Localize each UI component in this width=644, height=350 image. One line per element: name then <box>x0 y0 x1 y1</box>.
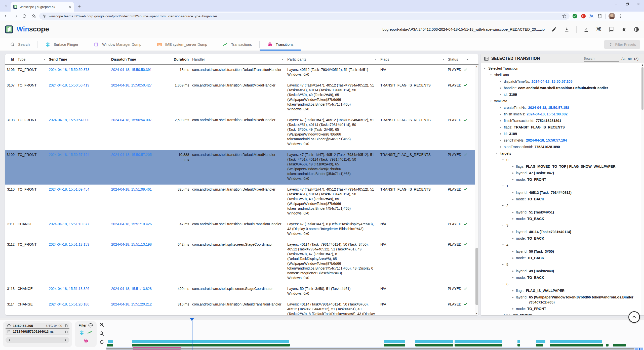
extensions-puzzle-icon[interactable] <box>597 14 602 19</box>
tab-ime-system-server-dump[interactable]: IME system_server Dump <box>149 38 215 51</box>
send-time-link[interactable]: 2024-04-18, 15:51:13.326 <box>49 287 89 291</box>
close-window-icon[interactable] <box>633 0 644 8</box>
dispatch-time-link[interactable]: 2024-04-18, 15:50:50.427 <box>111 83 152 87</box>
table-row[interactable]: 3112TO_FRONT2024-04-18, 15:51:13.1532024… <box>5 240 475 284</box>
forward-icon[interactable] <box>12 13 19 19</box>
chevron-down-icon[interactable] <box>501 263 505 266</box>
scrollbar-down-icon[interactable]: ▼ <box>475 312 478 315</box>
edit-pencil-icon[interactable] <box>551 26 557 32</box>
zoom-range-handle[interactable] <box>640 348 643 350</box>
home-icon[interactable] <box>30 13 37 19</box>
dark-mode-icon[interactable] <box>633 26 639 32</box>
tab-search[interactable]: Search <box>3 38 37 51</box>
ns-time-field[interactable]: 1713469857205164013 ns <box>6 329 69 334</box>
zoom-range-handle[interactable] <box>635 348 638 350</box>
regex-option[interactable]: (.*) <box>634 57 638 61</box>
shortcuts-cmd-icon[interactable]: ⌘ <box>596 26 602 32</box>
browser-tab[interactable]: Winscope | bugreport-ak <box>11 2 74 12</box>
send-time-link[interactable]: 2024-04-18, 15:50:50.419 <box>49 83 89 87</box>
reset-zoom-icon[interactable] <box>99 339 104 345</box>
chevron-down-icon[interactable] <box>501 184 505 188</box>
reload-icon[interactable] <box>21 13 28 19</box>
table-row[interactable]: 3111CHANGE2024-04-18, 15:51:10.3772024-0… <box>5 219 475 240</box>
transactions-trace-segment[interactable] <box>606 344 609 346</box>
table-row[interactable]: 3109TO_FRONT2024-04-18, 15:50:57.1942024… <box>5 150 475 185</box>
browser-menu-icon[interactable] <box>618 14 623 18</box>
tree-node[interactable]: Selected Transition <box>483 65 640 72</box>
dispatch-time-link[interactable]: 2024-04-18, 15:51:13.198 <box>111 242 152 246</box>
sf-trace-segment[interactable] <box>415 340 453 343</box>
timeline-scroll-track[interactable] <box>106 348 634 349</box>
chevron-down-icon[interactable] <box>501 224 505 227</box>
surface-flinger-icon[interactable] <box>79 330 85 335</box>
next-entry-icon[interactable] <box>64 338 67 342</box>
panel-search-input[interactable] <box>584 56 619 62</box>
tab-search-menu-icon[interactable] <box>3 3 10 10</box>
tree-node[interactable]: shellData <box>489 72 640 78</box>
tab-surface-flinger[interactable]: Surface Flinger <box>37 38 86 51</box>
send-time-link[interactable]: 2024-04-18, 15:50:50.373 <box>49 68 89 72</box>
new-tab-button[interactable] <box>75 3 83 10</box>
transitions-icon[interactable] <box>83 338 89 343</box>
chevron-down-icon[interactable] <box>483 67 487 70</box>
human-time-field[interactable]: 15:50:57.205 UTC-04:00 <box>6 323 69 329</box>
property-value[interactable]: 2024-04-18, 15:50:57.205 <box>532 79 573 84</box>
send-time-link[interactable]: 2024-04-18, 15:51:09.454 <box>49 187 89 191</box>
property-value[interactable]: 2024-04-18, 15:50:57.158 <box>528 105 569 110</box>
panel-scrollbar[interactable]: ▲ <box>641 63 644 315</box>
upload-icon[interactable] <box>583 26 589 32</box>
copy-icon[interactable] <box>64 330 68 333</box>
dispatch-time-link[interactable]: 2024-04-18, 15:50:54.007 <box>111 118 152 122</box>
prev-entry-icon[interactable] <box>8 338 11 342</box>
bookmark-star-icon[interactable] <box>562 14 567 18</box>
filter-presets-button[interactable]: Filter Presets <box>604 40 640 49</box>
close-tab-icon[interactable] <box>68 5 71 8</box>
table-row[interactable]: 3107TO_FRONT2024-04-18, 15:50:50.4192024… <box>5 80 475 115</box>
dispatch-time-link[interactable]: 2024-04-18, 15:51:09.461 <box>111 187 152 191</box>
back-icon[interactable] <box>3 13 10 19</box>
dispatch-time-link[interactable]: 2024-04-18, 15:51:20.212 <box>111 302 152 306</box>
dispatch-time-link[interactable]: 2024-04-18, 15:50:50.391 <box>111 68 152 72</box>
sf-trace-segment[interactable] <box>455 340 502 343</box>
tree-node[interactable]: 1 <box>501 183 640 189</box>
table-row[interactable]: 3113CHANGE2024-04-18, 15:51:13.3262024-0… <box>5 284 475 299</box>
chevron-down-icon[interactable] <box>281 57 285 61</box>
address-bar[interactable]: winscope.teams.x20web.corp.google.com/pr… <box>39 13 570 20</box>
property-value[interactable]: 2024-04-18, 15:50:57.194 <box>526 138 567 143</box>
transactions-trace-segment[interactable] <box>613 344 626 346</box>
tab-window-manager-dump[interactable]: Window Manager Dump <box>86 38 149 51</box>
tree-node[interactable]: 0 <box>501 157 640 163</box>
send-time-link[interactable]: 2024-04-18, 15:51:20.186 <box>49 302 89 306</box>
table-row[interactable]: 3108TO_FRONT2024-04-18, 15:50:54.0002024… <box>5 115 475 150</box>
zoom-in-icon[interactable] <box>99 322 104 328</box>
tree-node[interactable]: targets <box>495 150 640 157</box>
column-header-handler[interactable]: Handler <box>192 57 287 61</box>
download-icon[interactable] <box>564 26 570 32</box>
scrollbar-thumb[interactable] <box>475 248 478 305</box>
send-time-link[interactable]: 2024-04-18, 15:51:10.377 <box>49 222 89 226</box>
tree-node[interactable]: 6 <box>501 281 640 287</box>
transactions-icon[interactable] <box>87 330 93 335</box>
chevron-down-icon[interactable] <box>501 243 505 247</box>
site-settings-icon[interactable] <box>42 14 46 18</box>
sf-trace-segment[interactable] <box>384 340 405 343</box>
chevron-down-icon[interactable] <box>501 282 505 286</box>
tree-node[interactable]: 4 <box>501 242 640 248</box>
chevron-down-icon[interactable] <box>495 152 499 155</box>
profile-avatar[interactable] <box>609 13 615 19</box>
table-row[interactable]: 3114CHANGE2024-04-18, 15:51:20.1862024-0… <box>5 299 475 315</box>
bug-report-icon[interactable] <box>621 26 627 32</box>
timeline-cursor-line[interactable] <box>192 320 192 350</box>
zoom-range-cursor[interactable] <box>639 348 640 350</box>
collapse-filter-icon[interactable] <box>88 323 93 328</box>
chevron-down-icon[interactable] <box>489 99 493 103</box>
sf-trace-segment[interactable] <box>132 340 289 343</box>
transactions-trace-segment[interactable] <box>455 344 502 346</box>
scrollbar-up-icon[interactable]: ▲ <box>475 65 478 68</box>
extension-red-icon[interactable] <box>581 13 586 19</box>
chevron-down-icon[interactable] <box>42 57 46 61</box>
zoom-out-icon[interactable] <box>99 331 104 336</box>
send-time-link[interactable]: 2024-04-18, 15:50:57.194 <box>49 153 89 157</box>
chevron-down-icon[interactable] <box>501 158 505 162</box>
sf-trace-segment[interactable] <box>517 340 520 343</box>
